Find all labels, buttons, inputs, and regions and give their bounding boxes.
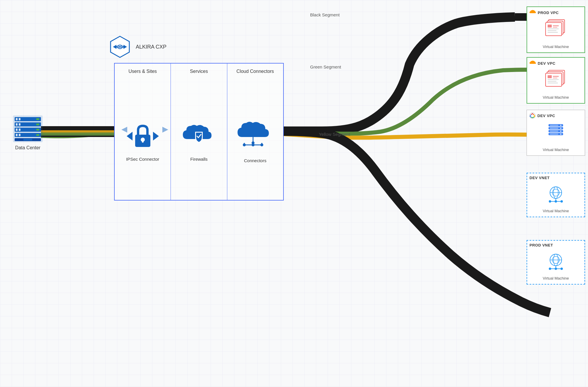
connectors-label: Connectors xyxy=(244,158,267,163)
svg-point-80 xyxy=(561,200,563,203)
svg-marker-28 xyxy=(153,132,159,141)
prod-vpc-vm-label: Virtual Machine xyxy=(529,44,582,49)
svg-rect-16 xyxy=(16,134,18,136)
svg-point-65 xyxy=(560,128,561,129)
svg-point-67 xyxy=(560,133,561,135)
alkira-cxp-icon xyxy=(108,35,132,59)
panel-col-users-sites: Users & Sites xyxy=(115,64,171,200)
svg-rect-5 xyxy=(19,118,20,120)
svg-rect-55 xyxy=(553,78,557,78)
prod-vnet-vm-icon xyxy=(541,250,570,273)
svg-point-79 xyxy=(549,200,551,203)
svg-rect-10 xyxy=(36,124,39,125)
dev-vnet-vm-icon xyxy=(541,182,570,206)
aws-icon-2 xyxy=(529,60,536,66)
dev-vpc-gcp-box: DEV VPC Virtual Machine xyxy=(527,110,585,156)
dev-vnet-box: DEV VNET Virtual Machine xyxy=(527,173,585,217)
svg-rect-18 xyxy=(36,134,39,136)
svg-rect-58 xyxy=(548,83,558,83)
cloud-connectors-icon xyxy=(236,117,274,155)
svg-rect-4 xyxy=(16,118,18,120)
ipsec-connector-icon xyxy=(125,119,160,154)
col-title-connectors: Cloud Connectors xyxy=(236,69,274,74)
panel-col-connectors: Cloud Connectors xyxy=(227,64,283,200)
dev-vpc-green-title: DEV VPC xyxy=(538,61,556,66)
svg-rect-6 xyxy=(36,118,39,120)
svg-point-26 xyxy=(119,46,121,48)
svg-point-37 xyxy=(243,143,246,146)
dev-vnet-title: DEV VNET xyxy=(529,176,550,180)
svg-rect-71 xyxy=(550,133,558,135)
green-segment-label: Green Segment xyxy=(310,64,341,69)
data-center-label: Data Center xyxy=(9,145,47,150)
svg-rect-14 xyxy=(36,129,39,131)
col-title-users-sites: Users & Sites xyxy=(128,69,157,74)
svg-rect-49 xyxy=(548,32,558,33)
svg-rect-70 xyxy=(550,131,558,132)
svg-rect-53 xyxy=(548,75,552,78)
svg-rect-8 xyxy=(16,123,18,126)
dev-vpc-gcp-title: DEV VPC xyxy=(537,114,555,118)
alkira-cxp: ALKIRA CXP xyxy=(108,35,166,59)
prod-vnet-title: PROD VNET xyxy=(529,243,553,247)
svg-point-39 xyxy=(260,143,263,146)
dev-vpc-green-header: DEV VPC xyxy=(529,60,582,66)
svg-rect-9 xyxy=(19,123,20,126)
prod-vpc-header: PROD VPC xyxy=(529,9,582,16)
main-panel: Users & Sites xyxy=(114,63,284,201)
svg-rect-69 xyxy=(550,128,558,129)
svg-rect-54 xyxy=(553,76,559,77)
svg-rect-13 xyxy=(19,129,20,131)
yellow-segment-label: Yellow Segment xyxy=(319,132,350,137)
svg-rect-45 xyxy=(553,25,559,26)
prod-vnet-box: PROD VNET Virtual Machine xyxy=(527,240,585,285)
prod-vpc-vm-icon xyxy=(541,18,570,42)
dev-vpc-green-vm-label: Virtual Machine xyxy=(529,95,582,100)
ipsec-connector-label: IPSec Connector xyxy=(126,157,159,162)
svg-rect-12 xyxy=(16,129,18,131)
dev-vpc-gcp-header: DEV VPC xyxy=(529,112,582,119)
svg-point-89 xyxy=(561,268,563,270)
firewalls-label: Firewalls xyxy=(190,157,207,162)
svg-marker-27 xyxy=(127,132,133,141)
prod-vpc-title: PROD VPC xyxy=(538,11,559,15)
dev-vpc-green-box: DEV VPC Virtual Machine xyxy=(527,57,585,104)
black-segment-label: Black Segment xyxy=(310,12,340,17)
svg-rect-68 xyxy=(550,125,558,126)
prod-vpc-box: PROD VPC Virtual Machine xyxy=(527,6,585,53)
panel-col-services: Services Firewalls xyxy=(171,64,227,200)
dev-vpc-gcp-vm-label: Virtual Machine xyxy=(529,148,582,152)
svg-rect-57 xyxy=(548,81,556,82)
dev-vpc-gcp-vm-icon xyxy=(541,121,570,145)
svg-rect-20 xyxy=(23,139,32,141)
svg-point-88 xyxy=(549,268,551,270)
dev-vnet-header: DEV VNET xyxy=(529,176,582,180)
svg-rect-31 xyxy=(142,140,144,143)
col-icon-area-users-sites: IPSec Connector xyxy=(125,80,160,200)
col-icon-area-services: Firewalls xyxy=(180,80,218,200)
prod-vnet-vm-label: Virtual Machine xyxy=(529,276,582,280)
server-icon xyxy=(12,114,44,143)
dev-vpc-green-vm-icon xyxy=(541,69,570,92)
svg-rect-48 xyxy=(548,30,556,31)
svg-rect-47 xyxy=(548,28,559,29)
svg-rect-46 xyxy=(553,27,557,28)
firewalls-icon xyxy=(180,119,218,154)
data-center: Data Center xyxy=(9,114,47,150)
gcp-icon xyxy=(529,112,536,119)
aws-icon xyxy=(529,9,536,16)
dev-vnet-vm-label: Virtual Machine xyxy=(529,209,582,213)
col-title-services: Services xyxy=(190,69,208,74)
prod-vnet-header: PROD VNET xyxy=(529,243,582,247)
svg-rect-17 xyxy=(19,134,20,136)
svg-point-40 xyxy=(252,141,255,144)
alkira-cxp-label: ALKIRA CXP xyxy=(136,44,166,50)
svg-point-64 xyxy=(560,125,561,126)
svg-point-66 xyxy=(560,131,561,132)
col-icon-area-connectors: Connectors xyxy=(236,80,274,200)
svg-rect-44 xyxy=(548,25,552,28)
svg-rect-56 xyxy=(548,79,559,80)
diagram-container: Data Center ALKIRA CXP Users & Site xyxy=(0,0,588,387)
